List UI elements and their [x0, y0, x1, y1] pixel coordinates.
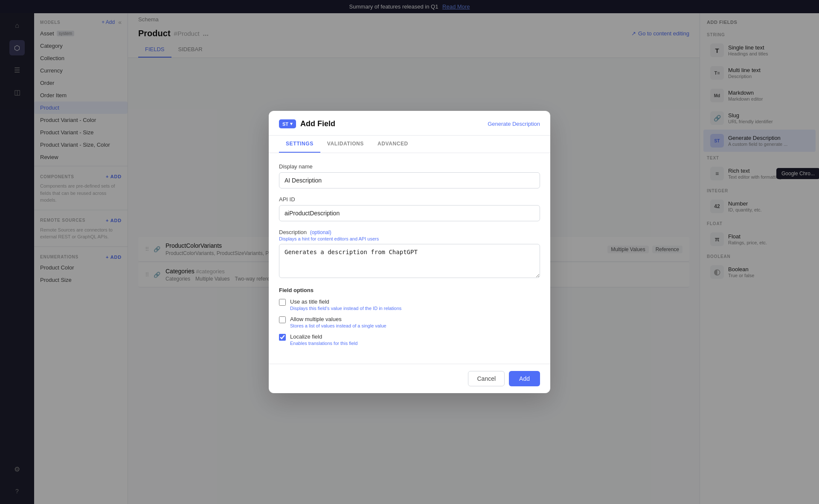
modal-header: ST ▾ Add Field Generate Description: [269, 111, 550, 136]
use-as-title-checkbox[interactable]: [279, 299, 286, 306]
checkbox-localize: Localize field Enables translations for …: [279, 333, 540, 346]
add-button[interactable]: Add: [509, 371, 540, 386]
field-type-badge: ST ▾: [279, 119, 296, 128]
localize-desc: Enables translations for this field: [290, 341, 357, 346]
description-group: Description (optional) Displays a hint f…: [279, 229, 540, 279]
display-name-input[interactable]: [279, 172, 540, 188]
field-options-title: Field options: [279, 287, 540, 293]
optional-label: (optional): [310, 229, 331, 235]
api-id-group: API ID: [279, 196, 540, 221]
display-name-group: Display name: [279, 163, 540, 188]
allow-multiple-checkbox[interactable]: [279, 316, 286, 323]
dropdown-arrow-icon[interactable]: ▾: [290, 121, 293, 127]
api-id-input[interactable]: [279, 205, 540, 221]
api-id-label: API ID: [279, 196, 540, 203]
allow-multiple-desc: Stores a list of values instead of a sin…: [290, 323, 386, 328]
modal-tab-settings[interactable]: SETTINGS: [279, 136, 320, 153]
description-hint: Displays a hint for content editors and …: [279, 236, 540, 241]
modal-tab-advanced[interactable]: ADVANCED: [371, 136, 415, 153]
field-options-group: Field options Use as title field Display…: [279, 287, 540, 346]
modal-tab-validations[interactable]: VALIDATIONS: [320, 136, 371, 153]
description-label: Description (optional) Displays a hint f…: [279, 229, 540, 241]
cancel-button[interactable]: Cancel: [468, 371, 505, 386]
modal-tabs: SETTINGS VALIDATIONS ADVANCED: [269, 136, 550, 153]
display-name-label: Display name: [279, 163, 540, 170]
description-textarea[interactable]: Generates a description from ChaptGPT: [279, 244, 540, 278]
localize-checkbox[interactable]: [279, 334, 286, 341]
allow-multiple-label: Allow multiple values: [290, 316, 386, 322]
use-as-title-label: Use as title field: [290, 298, 401, 305]
checkbox-use-as-title: Use as title field Displays this field's…: [279, 298, 540, 311]
localize-label: Localize field: [290, 333, 357, 340]
checkbox-group: Use as title field Displays this field's…: [279, 298, 540, 346]
generate-description-btn[interactable]: Generate Description: [488, 121, 540, 127]
add-field-modal: ST ▾ Add Field Generate Description SETT…: [269, 111, 550, 393]
checkbox-allow-multiple: Allow multiple values Stores a list of v…: [279, 316, 540, 328]
modal-body: Display name API ID Description (optiona…: [269, 153, 550, 364]
modal-overlay[interactable]: ST ▾ Add Field Generate Description SETT…: [0, 0, 819, 504]
modal-footer: Cancel Add: [269, 364, 550, 393]
use-as-title-desc: Displays this field's value instead of t…: [290, 306, 401, 311]
modal-title: Add Field: [300, 119, 335, 128]
